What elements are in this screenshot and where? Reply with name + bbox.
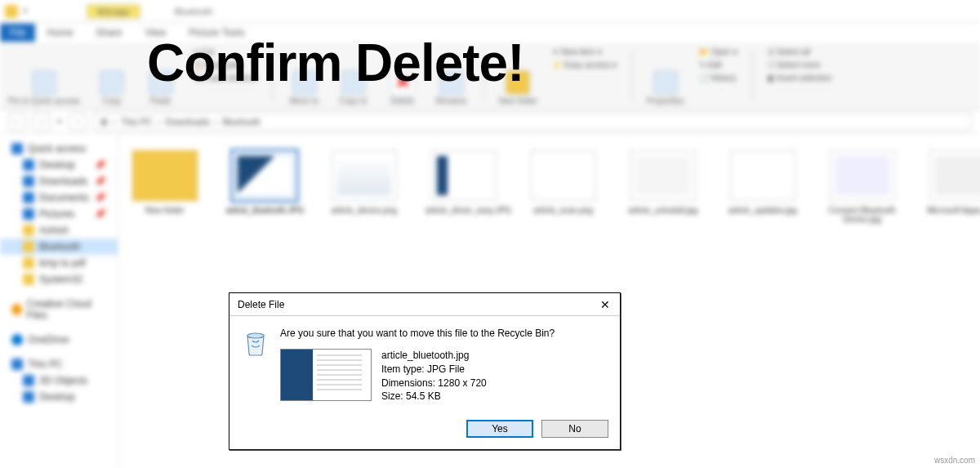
file-item[interactable]: article_device.png	[326, 150, 403, 215]
forward-button[interactable]: →	[33, 113, 51, 131]
tab-file[interactable]: File	[0, 24, 35, 42]
sidebar-onedrive[interactable]: OneDrive	[0, 332, 118, 348]
app-icon	[5, 5, 18, 18]
breadcrumb[interactable]: 🖥 ›This PC ›Downloads ›Bluetooth	[93, 113, 972, 131]
tab-share[interactable]: Share	[84, 24, 133, 42]
ribbon-select[interactable]: ☑ Select all ☐ Select none ◧ Invert sele…	[768, 46, 832, 105]
no-button[interactable]: No	[541, 420, 608, 438]
yes-button[interactable]: Yes	[466, 420, 533, 438]
ribbon-copy[interactable]: Copy	[95, 46, 129, 105]
ribbon-pin[interactable]: Pin to Quick access	[8, 46, 80, 105]
sidebar-3d-objects[interactable]: 3D Objects	[0, 372, 118, 389]
file-name: article_bluetooth.jpg	[381, 349, 487, 363]
file-item[interactable]: article_updates.jpg	[724, 150, 801, 215]
file-item[interactable]: article_scan.png	[525, 150, 602, 215]
file-size: Size: 54.5 KB	[381, 390, 487, 403]
tab-home[interactable]: Home	[35, 24, 84, 42]
up-button[interactable]: ↑	[69, 113, 87, 131]
address-bar: ← → ▾ ↑ 🖥 ›This PC ›Downloads ›Bluetooth	[0, 109, 980, 134]
sidebar-desktop[interactable]: Desktop📌	[0, 157, 118, 173]
ribbon-properties[interactable]: Properties	[647, 46, 684, 105]
dialog-title-bar: Delete File ✕	[229, 293, 620, 316]
title-bar: ▾ Manage Bluetooth	[0, 0, 980, 23]
sidebar-desktop2[interactable]: Desktop	[0, 389, 118, 405]
sidebar-bluetooth[interactable]: Bluetooth	[0, 238, 118, 255]
file-thumbnail	[280, 349, 372, 401]
file-item[interactable]: Microsoft Apps.png	[924, 150, 980, 215]
file-item[interactable]: article_bluetooth.JPG	[226, 150, 303, 215]
sidebar: Quick access Desktop📌 Downloads📌 Documen…	[0, 134, 118, 468]
sidebar-ashish[interactable]: Ashish	[0, 222, 118, 238]
recycle-bin-icon	[241, 328, 270, 357]
file-item[interactable]: article_driver_easy.JPG	[425, 150, 502, 215]
back-button[interactable]: ←	[8, 113, 26, 131]
file-metadata: article_bluetooth.jpg Item type: JPG Fil…	[381, 349, 487, 403]
ribbon-open-extras[interactable]: 📂 Open ▾ ✎ Edit 🕒 History	[699, 46, 737, 105]
sidebar-downloads[interactable]: Downloads📌	[0, 173, 118, 189]
sidebar-bmp[interactable]: bmp to pdf	[0, 255, 118, 271]
dialog-question: Are you sure that you want to move this …	[280, 328, 608, 339]
svg-point-0	[247, 333, 264, 338]
dialog-title: Delete File	[238, 299, 284, 310]
file-type: Item type: JPG File	[381, 363, 487, 377]
headline-text: Confirm Delete!	[147, 33, 524, 93]
file-dimensions: Dimensions: 1280 x 720	[381, 377, 487, 390]
sidebar-documents[interactable]: Documents📌	[0, 189, 118, 206]
file-item[interactable]: article_uninstall.jpg	[625, 150, 702, 215]
file-item[interactable]: Connect Bluetooth Device.jpg	[824, 150, 901, 224]
close-icon[interactable]: ✕	[592, 294, 618, 315]
sidebar-quick-access[interactable]: Quick access	[0, 140, 118, 157]
manage-tab[interactable]: Manage	[87, 4, 140, 19]
sidebar-pictures[interactable]: Pictures📌	[0, 206, 118, 222]
delete-file-dialog: Delete File ✕ Are you sure that you want…	[229, 292, 621, 450]
ribbon-new-extras[interactable]: ✦ New item ▾ ⚡ Easy access ▾	[552, 46, 617, 105]
sidebar-creative-cloud[interactable]: Creative Cloud Files	[0, 296, 118, 323]
file-item[interactable]: New folder	[127, 150, 203, 215]
watermark: wsxdn.com	[934, 456, 975, 465]
sidebar-system32[interactable]: System32	[0, 271, 118, 287]
sidebar-this-pc[interactable]: This PC	[0, 356, 118, 372]
window-title: Bluetooth	[175, 7, 212, 16]
